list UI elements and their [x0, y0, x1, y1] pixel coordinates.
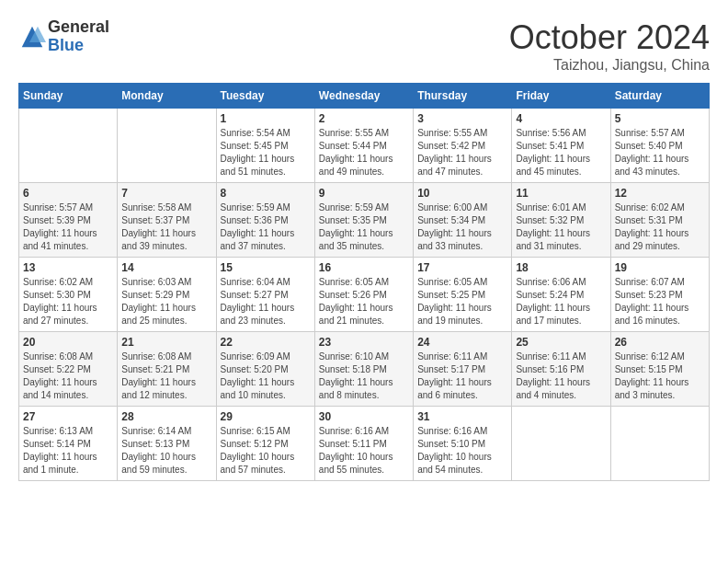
- logo-blue: Blue: [48, 37, 109, 55]
- calendar-cell: 16Sunrise: 6:05 AM Sunset: 5:26 PM Dayli…: [314, 258, 413, 332]
- day-info: Sunrise: 6:03 AM Sunset: 5:29 PM Dayligh…: [121, 276, 211, 327]
- calendar-week-row: 13Sunrise: 6:02 AM Sunset: 5:30 PM Dayli…: [19, 258, 710, 332]
- day-number: 1: [221, 112, 311, 125]
- calendar-cell: 13Sunrise: 6:02 AM Sunset: 5:30 PM Dayli…: [19, 258, 118, 332]
- day-number: 26: [615, 336, 705, 349]
- calendar-cell: 25Sunrise: 6:11 AM Sunset: 5:16 PM Dayli…: [512, 332, 610, 407]
- day-info: Sunrise: 6:02 AM Sunset: 5:30 PM Dayligh…: [23, 276, 113, 327]
- day-info: Sunrise: 5:56 AM Sunset: 5:41 PM Dayligh…: [516, 127, 606, 178]
- calendar-cell: 31Sunrise: 6:16 AM Sunset: 5:10 PM Dayli…: [414, 407, 512, 481]
- day-number: 7: [121, 187, 211, 200]
- day-header-friday: Friday: [512, 84, 610, 109]
- calendar-cell: [19, 109, 118, 183]
- calendar-cell: 3Sunrise: 5:55 AM Sunset: 5:42 PM Daylig…: [414, 109, 512, 183]
- calendar-week-row: 1Sunrise: 5:54 AM Sunset: 5:45 PM Daylig…: [19, 109, 710, 183]
- calendar-cell: 30Sunrise: 6:16 AM Sunset: 5:11 PM Dayli…: [314, 407, 413, 481]
- calendar-header-row: SundayMondayTuesdayWednesdayThursdayFrid…: [19, 84, 710, 109]
- day-number: 16: [319, 261, 409, 274]
- day-number: 3: [417, 112, 507, 125]
- day-info: Sunrise: 6:11 AM Sunset: 5:17 PM Dayligh…: [417, 350, 507, 402]
- day-info: Sunrise: 6:05 AM Sunset: 5:25 PM Dayligh…: [417, 276, 507, 327]
- day-header-wednesday: Wednesday: [314, 84, 413, 109]
- day-number: 23: [319, 336, 409, 349]
- day-info: Sunrise: 6:16 AM Sunset: 5:10 PM Dayligh…: [417, 425, 507, 477]
- day-number: 5: [615, 112, 705, 125]
- day-info: Sunrise: 6:08 AM Sunset: 5:21 PM Dayligh…: [121, 350, 211, 402]
- calendar-week-row: 6Sunrise: 5:57 AM Sunset: 5:39 PM Daylig…: [19, 183, 710, 258]
- calendar-cell: 11Sunrise: 6:01 AM Sunset: 5:32 PM Dayli…: [512, 183, 610, 258]
- day-header-saturday: Saturday: [610, 84, 709, 109]
- calendar-cell: 2Sunrise: 5:55 AM Sunset: 5:44 PM Daylig…: [314, 109, 413, 183]
- day-info: Sunrise: 6:11 AM Sunset: 5:16 PM Dayligh…: [516, 350, 606, 402]
- calendar-cell: 10Sunrise: 6:00 AM Sunset: 5:34 PM Dayli…: [414, 183, 512, 258]
- day-info: Sunrise: 6:10 AM Sunset: 5:18 PM Dayligh…: [319, 350, 409, 402]
- day-number: 22: [221, 336, 311, 349]
- day-number: 20: [23, 336, 113, 349]
- calendar-cell: 17Sunrise: 6:05 AM Sunset: 5:25 PM Dayli…: [414, 258, 512, 332]
- day-header-monday: Monday: [118, 84, 216, 109]
- calendar-cell: 8Sunrise: 5:59 AM Sunset: 5:36 PM Daylig…: [216, 183, 314, 258]
- calendar-cell: 27Sunrise: 6:13 AM Sunset: 5:14 PM Dayli…: [19, 407, 118, 481]
- calendar-week-row: 20Sunrise: 6:08 AM Sunset: 5:22 PM Dayli…: [19, 332, 710, 407]
- calendar-cell: 24Sunrise: 6:11 AM Sunset: 5:17 PM Dayli…: [414, 332, 512, 407]
- day-number: 4: [516, 112, 606, 125]
- calendar-cell: 7Sunrise: 5:58 AM Sunset: 5:37 PM Daylig…: [118, 183, 216, 258]
- day-info: Sunrise: 6:15 AM Sunset: 5:12 PM Dayligh…: [221, 425, 311, 477]
- day-number: 10: [417, 187, 507, 200]
- day-info: Sunrise: 6:12 AM Sunset: 5:15 PM Dayligh…: [615, 350, 705, 402]
- day-number: 12: [615, 187, 705, 200]
- day-number: 17: [417, 261, 507, 274]
- logo-general: General: [48, 18, 109, 37]
- calendar-cell: 5Sunrise: 5:57 AM Sunset: 5:40 PM Daylig…: [610, 109, 709, 183]
- day-number: 24: [417, 336, 507, 349]
- logo-icon: [18, 23, 46, 51]
- logo-text: General Blue: [48, 18, 109, 55]
- day-info: Sunrise: 6:06 AM Sunset: 5:24 PM Dayligh…: [516, 276, 606, 327]
- calendar-cell: 1Sunrise: 5:54 AM Sunset: 5:45 PM Daylig…: [216, 109, 314, 183]
- calendar-cell: 18Sunrise: 6:06 AM Sunset: 5:24 PM Dayli…: [512, 258, 610, 332]
- day-number: 2: [319, 112, 409, 125]
- calendar-cell: 28Sunrise: 6:14 AM Sunset: 5:13 PM Dayli…: [118, 407, 216, 481]
- day-info: Sunrise: 6:08 AM Sunset: 5:22 PM Dayligh…: [23, 350, 113, 402]
- day-number: 15: [221, 261, 311, 274]
- day-info: Sunrise: 6:04 AM Sunset: 5:27 PM Dayligh…: [221, 276, 311, 327]
- day-info: Sunrise: 6:05 AM Sunset: 5:26 PM Dayligh…: [319, 276, 409, 327]
- day-info: Sunrise: 6:07 AM Sunset: 5:23 PM Dayligh…: [615, 276, 705, 327]
- calendar-cell: [118, 109, 216, 183]
- day-number: 27: [23, 410, 113, 423]
- calendar-cell: 22Sunrise: 6:09 AM Sunset: 5:20 PM Dayli…: [216, 332, 314, 407]
- day-info: Sunrise: 5:59 AM Sunset: 5:35 PM Dayligh…: [319, 201, 409, 253]
- day-number: 13: [23, 261, 113, 274]
- day-number: 19: [615, 261, 705, 274]
- location-subtitle: Taizhou, Jiangsu, China: [509, 57, 710, 74]
- day-number: 21: [121, 336, 211, 349]
- calendar-week-row: 27Sunrise: 6:13 AM Sunset: 5:14 PM Dayli…: [19, 407, 710, 481]
- day-number: 9: [319, 187, 409, 200]
- day-info: Sunrise: 5:57 AM Sunset: 5:39 PM Dayligh…: [23, 201, 113, 253]
- calendar-cell: 12Sunrise: 6:02 AM Sunset: 5:31 PM Dayli…: [610, 183, 709, 258]
- day-info: Sunrise: 6:09 AM Sunset: 5:20 PM Dayligh…: [221, 350, 311, 402]
- day-info: Sunrise: 6:14 AM Sunset: 5:13 PM Dayligh…: [121, 425, 211, 477]
- calendar-cell: 4Sunrise: 5:56 AM Sunset: 5:41 PM Daylig…: [512, 109, 610, 183]
- day-info: Sunrise: 5:59 AM Sunset: 5:36 PM Dayligh…: [221, 201, 311, 253]
- day-info: Sunrise: 5:57 AM Sunset: 5:40 PM Dayligh…: [615, 127, 705, 178]
- calendar-cell: 15Sunrise: 6:04 AM Sunset: 5:27 PM Dayli…: [216, 258, 314, 332]
- day-info: Sunrise: 6:02 AM Sunset: 5:31 PM Dayligh…: [615, 201, 705, 253]
- logo: General Blue: [18, 18, 109, 55]
- day-info: Sunrise: 6:00 AM Sunset: 5:34 PM Dayligh…: [417, 201, 507, 253]
- day-number: 6: [23, 187, 113, 200]
- calendar-cell: 6Sunrise: 5:57 AM Sunset: 5:39 PM Daylig…: [19, 183, 118, 258]
- calendar-cell: 21Sunrise: 6:08 AM Sunset: 5:21 PM Dayli…: [118, 332, 216, 407]
- day-header-sunday: Sunday: [19, 84, 118, 109]
- day-number: 29: [221, 410, 311, 423]
- page-header: General Blue October 2024 Taizhou, Jiang…: [18, 18, 710, 74]
- calendar-cell: 29Sunrise: 6:15 AM Sunset: 5:12 PM Dayli…: [216, 407, 314, 481]
- day-header-thursday: Thursday: [414, 84, 512, 109]
- day-number: 14: [121, 261, 211, 274]
- calendar-cell: 26Sunrise: 6:12 AM Sunset: 5:15 PM Dayli…: [610, 332, 709, 407]
- day-number: 28: [121, 410, 211, 423]
- calendar-cell: [512, 407, 610, 481]
- calendar-table: SundayMondayTuesdayWednesdayThursdayFrid…: [18, 83, 710, 481]
- title-block: October 2024 Taizhou, Jiangsu, China: [509, 18, 710, 74]
- day-info: Sunrise: 5:54 AM Sunset: 5:45 PM Dayligh…: [221, 127, 311, 178]
